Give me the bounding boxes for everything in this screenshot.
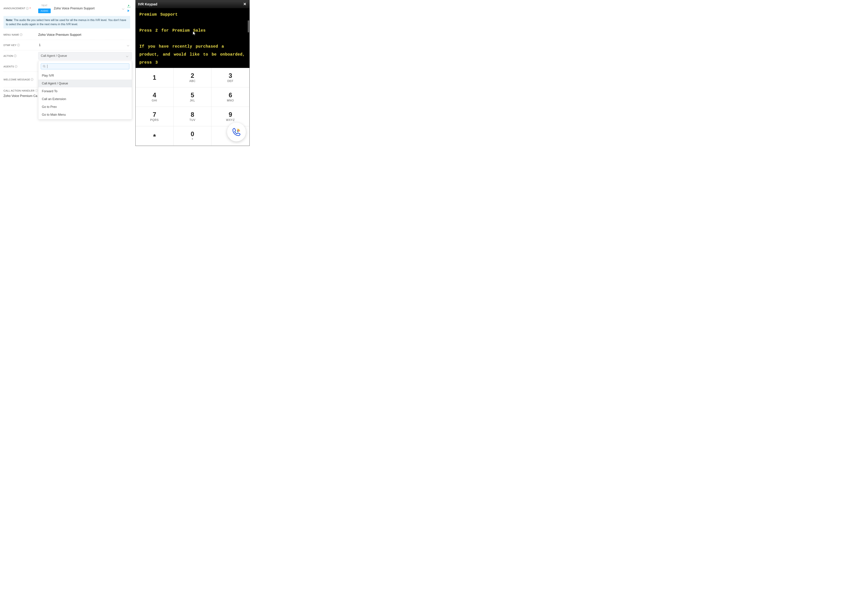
dtmf-label: DTMF KEY i xyxy=(3,44,38,47)
close-icon[interactable]: ✕ xyxy=(242,2,247,6)
note-prefix: Note: xyxy=(6,19,13,22)
info-icon[interactable]: i xyxy=(17,44,20,46)
key-digit: 7 xyxy=(153,111,156,118)
welcome-label-text: WELCOME MESSAGE xyxy=(3,78,30,81)
chevron-down-icon xyxy=(123,7,125,10)
svg-line-1 xyxy=(44,67,45,67)
announcement-label-text: ANNOUNCEMENT xyxy=(3,7,25,10)
key-digit: 2 xyxy=(190,72,194,79)
required-indicator: * xyxy=(30,7,31,10)
info-icon[interactable]: i xyxy=(14,55,16,57)
key-digit: 1 xyxy=(153,74,156,81)
play-icon[interactable] xyxy=(128,10,130,12)
keypad-key-3[interactable]: 3DEF xyxy=(211,68,249,87)
keypad-key-8[interactable]: 8TUV xyxy=(174,107,212,126)
transcript-text: Premium Support Press 2 for Premium Sale… xyxy=(139,12,248,65)
action-label-text: ACTION xyxy=(3,55,13,57)
dtmf-label-text: DTMF KEY xyxy=(3,44,16,47)
action-search-field[interactable] xyxy=(41,64,129,69)
action-option[interactable]: Play IVR xyxy=(38,72,132,80)
action-option[interactable]: Call an Extension xyxy=(38,95,132,103)
keypad-key-9[interactable]: 9WXYZ xyxy=(211,107,249,126)
key-digit: 3 xyxy=(229,72,232,79)
chevron-down-icon xyxy=(126,54,129,58)
action-search-input[interactable] xyxy=(47,65,127,68)
action-selected-value: Call Agent / Queue xyxy=(41,54,67,58)
chevron-down-icon xyxy=(127,43,130,47)
announcement-row: ANNOUNCEMENT i * TEXT AUDIO Zoho Voice P… xyxy=(3,2,132,15)
key-letters: GHI xyxy=(152,99,157,102)
phone-icon xyxy=(231,127,242,137)
key-digit: * xyxy=(153,132,156,140)
menu-name-input[interactable] xyxy=(38,33,132,37)
key-letters: PQRS xyxy=(150,118,159,121)
key-digit: 8 xyxy=(190,111,194,118)
text-tab[interactable]: TEXT xyxy=(39,3,49,7)
keypad-key-7[interactable]: 7PQRS xyxy=(136,107,174,126)
key-letters: MNO xyxy=(227,99,234,102)
action-label: ACTION i xyxy=(3,55,38,57)
key-letters: TUV xyxy=(189,118,195,121)
action-option[interactable]: Call Agent / Queue xyxy=(38,80,132,87)
keypad-key-4[interactable]: 4GHI xyxy=(136,87,174,107)
info-icon[interactable]: i xyxy=(20,33,22,36)
ivr-config-panel: ANNOUNCEMENT i * TEXT AUDIO Zoho Voice P… xyxy=(0,0,132,146)
upload-icon[interactable] xyxy=(127,5,130,8)
info-icon[interactable]: i xyxy=(15,65,17,68)
dtmf-value: 1 xyxy=(39,43,41,47)
menu-name-label-text: MENU NAME xyxy=(3,33,19,36)
search-icon xyxy=(43,65,46,68)
key-letters: DEF xyxy=(227,80,233,83)
key-letters: ABC xyxy=(189,80,196,83)
note-box: Note: The audio file you select here wil… xyxy=(3,16,130,28)
key-letters: + xyxy=(192,137,193,141)
svg-point-0 xyxy=(43,65,45,67)
keypad-transcript: Premium Support Press 2 for Premium Sale… xyxy=(136,8,249,68)
cah-value: Zoho Voice Premium Ca xyxy=(3,94,37,98)
key-digit: 5 xyxy=(190,92,194,98)
info-icon[interactable]: i xyxy=(35,89,38,92)
action-dropdown: Play IVRCall Agent / QueueForward ToCall… xyxy=(38,61,132,120)
key-letters: WXYZ xyxy=(226,118,235,121)
action-select-wrap: Call Agent / Queue Play IVRCall Agent / … xyxy=(38,52,132,59)
dtmf-row: DTMF KEY i 1 xyxy=(3,40,132,50)
agents-label: AGENTS i xyxy=(3,65,38,68)
announcement-audio-select[interactable]: Zoho Voice Premium Support xyxy=(53,6,127,11)
action-option[interactable]: Go to Prev xyxy=(38,103,132,111)
keypad-title: IVR Keypad xyxy=(138,2,157,6)
keypad-key-5[interactable]: 5JKL xyxy=(174,87,212,107)
keypad-key-6[interactable]: 6MNO xyxy=(211,87,249,107)
menu-name-row: MENU NAME i xyxy=(3,30,132,40)
scrollbar-thumb[interactable] xyxy=(248,20,249,33)
announcement-label: ANNOUNCEMENT i * xyxy=(3,7,38,10)
key-letters: JKL xyxy=(190,99,195,102)
note-body: The audio file you select here will be u… xyxy=(6,19,126,26)
call-fab[interactable] xyxy=(227,123,246,141)
key-digit: 6 xyxy=(229,92,232,98)
action-option[interactable]: Forward To xyxy=(38,87,132,95)
cursor-icon xyxy=(192,31,197,36)
keypad-key-2[interactable]: 2ABC xyxy=(174,68,212,87)
key-digit: 9 xyxy=(229,111,232,118)
cah-label-text: CALL ACTION HANDLER xyxy=(3,89,34,92)
action-select[interactable]: Call Agent / Queue xyxy=(38,52,132,59)
keypad-key-1[interactable]: 1 xyxy=(136,68,174,87)
info-icon[interactable]: i xyxy=(31,78,33,81)
info-icon[interactable]: i xyxy=(26,7,29,10)
menu-name-label: MENU NAME i xyxy=(3,33,38,36)
action-row: ACTION i Call Agent / Queue Pla xyxy=(3,50,132,61)
agents-label-text: AGENTS xyxy=(3,65,14,68)
keypad-titlebar: IVR Keypad ✕ xyxy=(136,0,249,8)
action-option[interactable]: Go to Main Menu xyxy=(38,111,132,119)
keypad-key-*[interactable]: * xyxy=(136,126,174,146)
audio-action-icons xyxy=(127,5,132,12)
keypad-key-0[interactable]: 0+ xyxy=(174,126,212,146)
audio-tab[interactable]: AUDIO xyxy=(38,9,51,13)
announcement-audio-value: Zoho Voice Premium Support xyxy=(54,7,94,10)
announcement-mode-toggle: TEXT AUDIO xyxy=(38,3,51,13)
dtmf-select[interactable]: 1 xyxy=(38,42,132,48)
key-digit: 4 xyxy=(153,92,156,98)
key-digit: 0 xyxy=(190,131,194,137)
cah-label: CALL ACTION HANDLER i xyxy=(3,89,38,92)
welcome-label: WELCOME MESSAGE i xyxy=(3,78,38,81)
